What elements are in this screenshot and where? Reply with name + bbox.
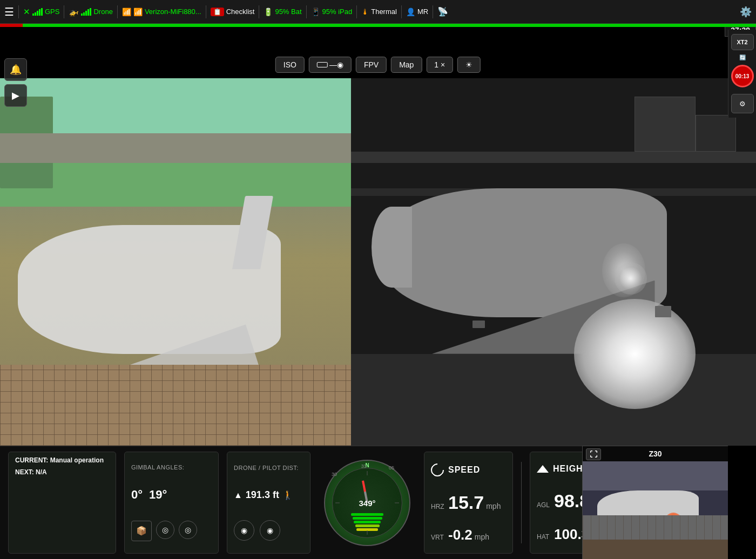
- battery-icon: 🔋: [264, 8, 273, 16]
- stream-icon: 📡: [437, 6, 448, 17]
- hrz-speed-unit: mph: [486, 502, 501, 510]
- wifi-icon2: 📶: [133, 8, 143, 16]
- mini-view-header: ⛶ Z30: [583, 446, 728, 461]
- next-label: NEXT:: [15, 468, 34, 476]
- compass-tick-bottom: [367, 530, 368, 535]
- speed-title: SPEED: [448, 465, 480, 475]
- gps-label: GPS: [45, 8, 59, 16]
- speed-box: SPEED HRZ 15.7 mph VRT -0.2 mph: [424, 452, 513, 554]
- speed-height-divider: [521, 462, 522, 543]
- filter-settings-button[interactable]: ⚙: [731, 94, 754, 113]
- sliders-icon: ⚙: [739, 100, 746, 108]
- status-strip: [0, 24, 756, 27]
- compass-heading: 349°: [359, 498, 375, 507]
- mini-view-label: Z30: [649, 449, 662, 458]
- gps-signal: [32, 8, 43, 16]
- dist-value: 191.3 ft: [246, 489, 279, 501]
- exposure-icon: —◉: [317, 60, 343, 69]
- fpv-button[interactable]: FPV: [356, 57, 387, 73]
- camera-toolbar: ISO —◉ FPV Map 1 × ☀: [275, 57, 481, 73]
- ipad-status: 📱 95% iPad: [311, 8, 353, 16]
- thermal-label: Thermal: [371, 8, 397, 16]
- hat-label: HAT: [537, 533, 552, 541]
- gimbal-dial1: ◎: [156, 521, 174, 539]
- sun-icon: ☀: [465, 60, 473, 69]
- compass-tick-right: [395, 502, 399, 503]
- gimbal-angle2: 19°: [149, 488, 167, 502]
- current-label: CURRENT:: [15, 456, 48, 464]
- right-camera-panel: XT2 🔄 00:13 ⚙: [728, 30, 756, 118]
- drone-icon: 🚁: [69, 7, 79, 17]
- iso-button[interactable]: ISO: [275, 57, 305, 73]
- left-buttons-panel: 🔔 ▶: [0, 54, 31, 111]
- thermal-status: 🌡 Thermal: [361, 8, 397, 16]
- next-mission-row: NEXT: N/A: [15, 468, 109, 476]
- user-label: MR: [417, 8, 428, 16]
- compass-ring: N 05 30 33 349°: [324, 460, 410, 546]
- play-button[interactable]: ▶: [4, 84, 27, 107]
- battery-label: 95% Bat: [275, 8, 301, 16]
- user-icon: 👤: [406, 8, 415, 16]
- record-button[interactable]: 00:13: [731, 65, 754, 87]
- gimbal-title: GIMBAL ANGLES:: [131, 464, 212, 471]
- current-mission-row: CURRENT: Manual operation: [15, 456, 109, 464]
- camera-rotate-button[interactable]: 🔄: [739, 54, 746, 60]
- agl-label: AGL: [537, 501, 552, 509]
- current-value: Manual operation: [50, 456, 104, 464]
- thermal-video-feed: [351, 78, 756, 446]
- pilot-icon: 🚶: [282, 490, 293, 500]
- compass-box: N 05 30 33 349°: [319, 452, 416, 554]
- gimbal-angle1: 0°: [131, 488, 143, 502]
- vrt-speed-unit: mph: [475, 533, 489, 541]
- map-button[interactable]: Map: [391, 57, 422, 73]
- checklist-icon: 📋: [211, 8, 224, 16]
- display-mode-button[interactable]: ☀: [457, 57, 481, 73]
- mission-info-box: CURRENT: Manual operation NEXT: N/A: [8, 452, 116, 554]
- record-time: 00:13: [735, 73, 750, 79]
- wifi-status: 📶 📶 Verizon-MiFi880...: [122, 8, 201, 16]
- gimbal-angles-box: GIMBAL ANGLES: 0° 19° 📦 ◎ ◎: [124, 452, 219, 554]
- settings-icon: ⚙️: [740, 6, 752, 18]
- speed-gauge-icon: [428, 461, 447, 479]
- exposure-button[interactable]: —◉: [309, 57, 352, 73]
- ipad-label: 95% iPad: [322, 8, 353, 16]
- compass-05: 05: [389, 465, 394, 471]
- vrt-speed-value: -0.2: [448, 528, 473, 542]
- gps-status: ✕ GPS: [23, 7, 59, 17]
- topbar: ☰ ✕ GPS 🚁 Drone 📶 📶 Verizon-MiFi880... 📋…: [0, 0, 756, 24]
- checklist-label: Checklist: [226, 8, 255, 16]
- drone-signal: [81, 8, 91, 16]
- gimbal-dial2: ◎: [179, 521, 197, 539]
- compass-tick-top: [367, 471, 368, 475]
- drone-pilot-dist-box: DRONE / PILOT DIST: ▲ 191.3 ft 🚶 ◉ ◉: [227, 452, 310, 554]
- height-mountain-icon: [537, 464, 549, 474]
- drone-status: 🚁 Drone: [69, 7, 112, 17]
- dist-title: DRONE / PILOT DIST:: [234, 465, 303, 471]
- gimbal-icon1: 📦: [131, 521, 152, 541]
- pilot-direction-dial: ◉: [260, 520, 280, 541]
- hrz-speed-value: 15.7: [448, 493, 484, 512]
- drone-arrow-up-icon: ▲: [234, 490, 242, 500]
- hrz-label: HRZ: [431, 503, 446, 510]
- camera-type-label: XT2: [731, 34, 754, 50]
- compass-signal-bars: [351, 513, 383, 531]
- drone-label: Drone: [93, 8, 112, 16]
- wifi-icon: 📶: [122, 8, 131, 16]
- bell-icon: 🔔: [10, 64, 22, 76]
- mini-video-bg: [583, 461, 728, 559]
- rotate-icon: 🔄: [739, 54, 746, 60]
- wifi-label: Verizon-MiFi880...: [145, 8, 201, 16]
- settings-button[interactable]: ⚙️: [740, 6, 752, 18]
- battery-status: 🔋 95% Bat: [264, 8, 301, 16]
- thermal-icon: 🌡: [361, 8, 369, 16]
- expand-mini-view-button[interactable]: ⛶: [586, 448, 601, 460]
- vrt-label: VRT: [431, 534, 446, 541]
- notification-button[interactable]: 🔔: [4, 58, 27, 81]
- play-icon: ▶: [12, 90, 19, 101]
- zoom-button[interactable]: 1 ×: [426, 57, 453, 73]
- svg-marker-0: [537, 465, 549, 473]
- drone-direction-dial: ◉: [234, 520, 254, 541]
- compass-tick-left: [335, 502, 340, 503]
- checklist-status[interactable]: 📋 Checklist: [211, 8, 255, 16]
- menu-button[interactable]: ☰: [4, 6, 14, 17]
